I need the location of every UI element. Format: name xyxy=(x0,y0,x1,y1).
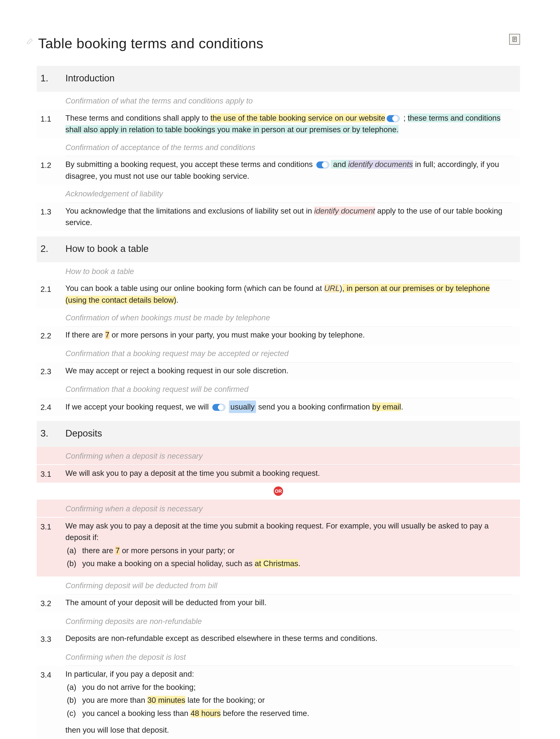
clause-3-4: 3.4 In particular, if you pay a deposit … xyxy=(37,666,520,739)
clause-number: 3.1 xyxy=(40,467,57,480)
clause-conclusion: then you will lose that deposit. xyxy=(65,719,513,736)
clause-text: If we accept your booking request, we wi… xyxy=(65,401,513,413)
document-header: Table booking terms and conditions xyxy=(26,33,520,54)
clause-2-4: 2.4 If we accept your booking request, w… xyxy=(37,398,520,416)
clause-annotation: Confirming when a deposit is necessary xyxy=(37,499,520,517)
active-option[interactable]: usually xyxy=(229,401,256,413)
placeholder-field[interactable]: URL xyxy=(324,284,340,293)
section-heading-2: 2. How to book a table xyxy=(37,237,520,262)
clause-number: 3.2 xyxy=(40,597,57,609)
clause-text: In particular, if you pay a deposit and:… xyxy=(65,668,513,736)
clause-text: We may accept or reject a booking reques… xyxy=(65,365,513,378)
optional-text[interactable]: and identify documents xyxy=(331,160,413,169)
clause-text: Deposits are non-refundable except as de… xyxy=(65,632,513,645)
clause-number: 2.2 xyxy=(40,329,57,342)
list-item: (c) you cancel a booking less than 48 ho… xyxy=(67,708,513,719)
clause-number: 3.3 xyxy=(40,632,57,645)
clause-number: 3.1 xyxy=(40,520,57,569)
clause-annotation: Confirmation of what the terms and condi… xyxy=(37,92,520,109)
editable-text[interactable]: the use of the table booking service on … xyxy=(211,114,385,122)
edit-icon xyxy=(26,37,34,45)
editable-text[interactable]: 30 minutes xyxy=(147,696,185,705)
clause-1-3: 1.3 You acknowledge that the limitations… xyxy=(37,203,520,231)
section-number: 1. xyxy=(40,71,55,85)
clause-3-2: 3.2 The amount of your deposit will be d… xyxy=(37,594,520,612)
document-icon[interactable] xyxy=(509,34,520,45)
clause-3-1-option-b[interactable]: 3.1 We may ask you to pay a deposit at t… xyxy=(37,518,520,577)
document-body: 1. Introduction Confirmation of what the… xyxy=(26,66,520,739)
clause-text: The amount of your deposit will be deduc… xyxy=(65,597,513,609)
clause-number: 1.3 xyxy=(40,205,57,229)
clause-number: 3.4 xyxy=(40,668,57,736)
clause-annotation: Confirmation that a booking request will… xyxy=(37,380,520,398)
clause-text: If there are 7 or more persons in your p… xyxy=(65,329,513,342)
clause-number: 2.4 xyxy=(40,401,57,413)
editable-text[interactable]: 48 hours xyxy=(190,709,221,718)
placeholder-field[interactable]: identify document xyxy=(314,206,375,215)
clause-1-2: 1.2 By submitting a booking request, you… xyxy=(37,156,520,185)
clause-text: These terms and conditions shall apply t… xyxy=(65,112,513,136)
page-title: Table booking terms and conditions xyxy=(38,33,506,54)
clause-2-3: 2.3 We may accept or reject a booking re… xyxy=(37,362,520,380)
clause-number: 2.1 xyxy=(40,283,57,306)
editable-text[interactable]: by email xyxy=(372,403,401,411)
section-heading-3: 3. Deposits xyxy=(37,421,520,447)
list-item: (a) there are 7 or more persons in your … xyxy=(67,545,513,557)
section-heading-1: 1. Introduction xyxy=(37,66,520,92)
clause-annotation: Confirming when the deposit is lost xyxy=(37,648,520,666)
clause-3-1-option-a[interactable]: 3.1 We will ask you to pay a deposit at … xyxy=(37,465,520,483)
clause-annotation: Confirming deposit will be deducted from… xyxy=(37,577,520,594)
clause-annotation: Confirmation that a booking request may … xyxy=(37,344,520,362)
clause-2-1: 2.1 You can book a table using our onlin… xyxy=(37,280,520,309)
section-title: Deposits xyxy=(65,426,102,440)
clause-annotation: How to book a table xyxy=(37,262,520,280)
clause-1-1: 1.1 These terms and conditions shall app… xyxy=(37,110,520,138)
clause-text: You acknowledge that the limitations and… xyxy=(65,205,513,229)
clause-annotation: Confirmation of acceptance of the terms … xyxy=(37,138,520,156)
editable-text[interactable]: at Christmas xyxy=(255,559,298,568)
clause-annotation: Confirming deposits are non-refundable xyxy=(37,612,520,630)
section-title: Introduction xyxy=(65,71,115,85)
editable-number[interactable]: 7 xyxy=(115,546,120,555)
clause-annotation: Confirmation of when bookings must be ma… xyxy=(37,309,520,326)
toggle-switch[interactable] xyxy=(212,404,226,411)
list-item: (b) you are more than 30 minutes late fo… xyxy=(67,694,513,706)
clause-2-2: 2.2 If there are 7 or more persons in yo… xyxy=(37,327,520,344)
clause-text: By submitting a booking request, you acc… xyxy=(65,159,513,182)
sub-list: (a) you do not arrive for the booking; (… xyxy=(65,682,513,719)
toggle-switch[interactable] xyxy=(387,115,400,122)
list-item: (a) you do not arrive for the booking; xyxy=(67,682,513,693)
clause-3-3: 3.3 Deposits are non-refundable except a… xyxy=(37,630,520,648)
clause-number: 1.2 xyxy=(40,159,57,182)
clause-number: 2.3 xyxy=(40,365,57,378)
clause-text: You can book a table using our online bo… xyxy=(65,283,513,306)
list-item: (b) you make a booking on a special holi… xyxy=(67,558,513,569)
sub-list: (a) there are 7 or more persons in your … xyxy=(65,545,513,569)
document-page: Table booking terms and conditions 1. In… xyxy=(0,0,560,739)
section-title: How to book a table xyxy=(65,242,149,256)
clause-annotation: Confirming when a deposit is necessary xyxy=(37,447,520,464)
clause-text: We will ask you to pay a deposit at the … xyxy=(65,467,513,480)
section-number: 3. xyxy=(40,426,55,440)
section-number: 2. xyxy=(40,242,55,256)
placeholder-field[interactable]: identify documents xyxy=(348,160,413,169)
clause-annotation: Acknowledgement of liability xyxy=(37,185,520,202)
editable-number[interactable]: 7 xyxy=(105,330,109,339)
or-divider-badge: OR xyxy=(274,486,283,496)
clause-text: We may ask you to pay a deposit at the t… xyxy=(65,520,513,569)
toggle-switch[interactable] xyxy=(316,161,329,168)
clause-number: 1.1 xyxy=(40,112,57,136)
